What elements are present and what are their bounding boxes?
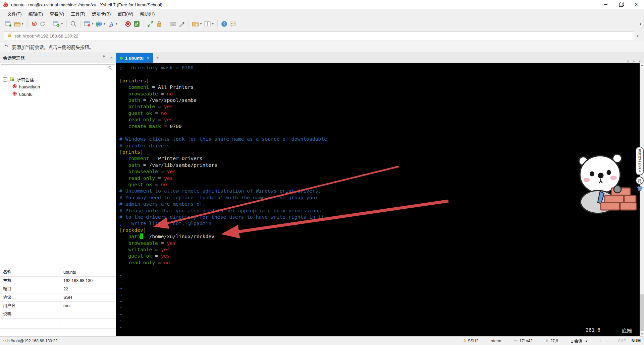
feedback-icon[interactable] (229, 19, 237, 28)
dropdown-arrow-icon[interactable]: ▾ (22, 22, 23, 25)
address-bar[interactable]: ssh://root:*@192.168.68.130:22 (4, 31, 634, 40)
tree-item-ubuntu[interactable]: ubuntu (0, 90, 116, 98)
tab-bar: 1 ubuntu × + ◀ ▶ ▾ (116, 52, 644, 64)
tab-list-dropdown-icon[interactable]: ▾ (639, 59, 641, 63)
dropdown-arrow-icon[interactable]: ▾ (104, 22, 106, 25)
menu-item-w[interactable]: 窗口(W) (114, 9, 137, 18)
menu-item-t[interactable]: 工具(T) (67, 9, 89, 18)
menu-item-f[interactable]: 文件(F) (4, 9, 25, 18)
dropdown-arrow-icon[interactable]: ▾ (212, 22, 214, 25)
xshell-icon[interactable] (124, 19, 132, 28)
scroll-up-icon[interactable]: ▲ (640, 63, 644, 68)
session-snail-icon (12, 84, 17, 90)
property-label: 协议 (0, 293, 60, 301)
tab-scroll-right-icon[interactable]: ▶ (633, 59, 635, 63)
session-properties-icon[interactable] (52, 19, 61, 28)
status-session-count[interactable]: 1 会话▴ (571, 338, 587, 344)
toolbar-overflow-button[interactable]: ▾ (640, 22, 644, 26)
toolbar-separator (166, 20, 166, 27)
tab-close-icon[interactable]: × (147, 56, 150, 61)
shirt-icon (637, 186, 643, 192)
font-icon[interactable]: A (107, 19, 115, 28)
terminal-line (119, 71, 640, 77)
dropdown-arrow-icon[interactable]: ▾ (116, 22, 117, 25)
compose-icon[interactable] (177, 19, 186, 28)
folder-gear-icon (9, 76, 14, 82)
restore-button[interactable] (613, 0, 629, 9)
address-dropdown-button[interactable]: ▾ (634, 34, 641, 38)
terminal-scrollbar[interactable]: ▲ ▼ (640, 63, 644, 337)
open-folder-icon[interactable] (13, 19, 21, 28)
terminal-line: # Windows clients look for this share na… (119, 136, 640, 142)
dropdown-arrow-icon[interactable]: ▾ (61, 22, 63, 25)
tree-root-all-sessions[interactable]: −所有会话 (0, 76, 116, 83)
terminal-line: ~ (119, 304, 640, 311)
disconnect-icon[interactable] (30, 19, 39, 28)
virtual-keyboard-icon[interactable] (169, 19, 177, 28)
terminal-line: guest ok = no (119, 110, 640, 116)
close-button[interactable]: × (629, 0, 644, 9)
info-text: 要添加当前会话，点击左侧的箭头按钮。 (12, 44, 94, 50)
dropdown-arrow-icon[interactable]: ▾ (200, 22, 202, 25)
fullscreen-icon[interactable] (146, 19, 155, 28)
toolbar-separator (189, 20, 189, 27)
terminal-line: # printer drivers (119, 142, 640, 149)
layout-icon[interactable] (203, 19, 212, 28)
info-bar: 要添加当前会话，点击左侧的箭头按钮。 (0, 42, 644, 53)
property-value: root (60, 302, 71, 310)
new-session-icon[interactable] (4, 19, 13, 28)
lock-screen-icon[interactable] (155, 19, 164, 28)
menu-item-v[interactable]: 查看(V) (46, 9, 67, 18)
terminal-line: # You may need to replace 'lpadmin' with… (119, 194, 640, 201)
session-search-input[interactable] (1, 64, 115, 73)
terminal-line: guest ok = no (119, 181, 640, 188)
find-icon[interactable] (69, 19, 78, 28)
tab-ubuntu[interactable]: 1 ubuntu × (116, 53, 153, 63)
terminal-line: comment = All Printers (119, 84, 640, 90)
address-bar-row: ssh://root:*@192.168.68.130:22 ▾ (0, 30, 644, 42)
toolbar-separator (80, 20, 80, 27)
minimize-button[interactable] (598, 0, 613, 9)
address-lock-icon (7, 33, 12, 39)
terminal-line: guest ok = yes (119, 253, 640, 259)
xshell-logo-icon (3, 2, 8, 8)
new-folder-icon[interactable] (191, 19, 200, 28)
toolbar-separator (144, 20, 144, 27)
terminal-line: # to the drivers directory for these use… (119, 214, 640, 220)
toolbar-separator (66, 20, 67, 27)
pin-icon[interactable] (102, 55, 106, 60)
property-label: 名称 (0, 268, 60, 276)
sticker-badge-text: 搬砖打工吃饭S (638, 149, 641, 173)
menu-item-h[interactable]: 帮助(H) (137, 9, 158, 18)
terminal-line: path = /var/spool/samba (119, 97, 640, 103)
property-label: 主机 (0, 277, 60, 285)
menu-item-b[interactable]: 选项卡(B) (89, 9, 114, 18)
toolbar-separator (217, 20, 218, 27)
search-icon (108, 66, 113, 72)
tree-collapse-icon[interactable]: − (3, 77, 7, 82)
tree-item-huaweiyun[interactable]: huaweiyun (0, 83, 116, 90)
status-num-lock: NUM (632, 339, 641, 343)
web-icon[interactable] (95, 19, 104, 28)
dropdown-arrow-icon[interactable]: ▾ (92, 22, 94, 25)
new-terminal-icon[interactable] (83, 19, 92, 28)
terminal-line: browseable = yes (119, 240, 640, 246)
reconnect-icon[interactable] (39, 19, 47, 28)
title-bar: ubuntu - root@xu-virtual-machine: /home/… (0, 0, 644, 9)
property-row-5: 说明 (0, 310, 116, 319)
panel-close-icon[interactable]: × (110, 55, 113, 60)
xshell-window: ubuntu - root@xu-virtual-machine: /home/… (0, 0, 644, 345)
scrollbar-thumb[interactable] (640, 294, 644, 331)
terminal-line: ~ (119, 324, 640, 331)
new-tab-button[interactable]: + (153, 53, 162, 63)
help-icon[interactable]: ? (220, 19, 229, 28)
menu-item-e[interactable]: 编辑(E) (25, 9, 46, 18)
tab-scroll-left-icon[interactable]: ◀ (627, 59, 629, 63)
status-protocol: SSH2 (463, 339, 478, 343)
xftp-icon[interactable] (132, 19, 141, 28)
terminal-line: read only = yes (119, 116, 640, 123)
terminal-line: writable = yes (119, 246, 640, 253)
scroll-down-icon[interactable]: ▼ (640, 332, 644, 337)
terminal[interactable]: ; directory mask = 0700 [printers] comme… (116, 63, 640, 337)
terminal-line: [print$] (119, 149, 640, 155)
